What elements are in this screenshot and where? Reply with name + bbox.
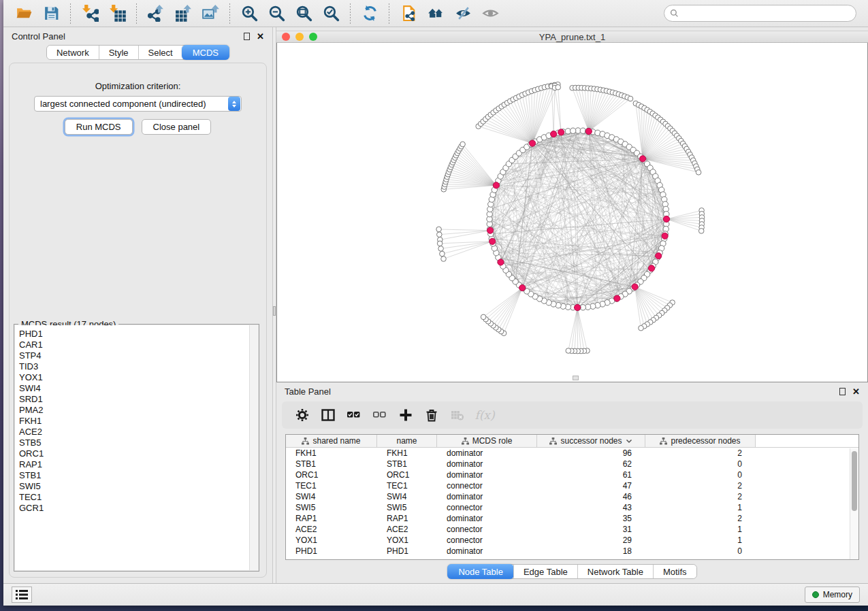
canvas-splitter-grip[interactable]	[573, 376, 579, 380]
cell-shared-name: RAP1	[286, 513, 377, 524]
mcds-result-item[interactable]: TEC1	[19, 492, 258, 503]
node-table-body: FKH1FKH1dominator962STB1STB1dominator620…	[286, 448, 858, 557]
export-network-button[interactable]	[144, 3, 167, 24]
mcds-result-item[interactable]: SWI4	[19, 383, 258, 394]
split-panel-button[interactable]	[316, 403, 340, 427]
mcds-result-item[interactable]: PMA2	[19, 405, 258, 416]
refresh-button[interactable]	[358, 3, 381, 24]
node-table[interactable]: shared namenameMCDS rolesuccessor nodesp…	[285, 434, 859, 560]
mcds-result-item[interactable]: GCR1	[19, 503, 258, 514]
first-neighbors-button[interactable]	[424, 3, 447, 24]
mcds-result-item[interactable]: CAR1	[19, 340, 258, 350]
network-graph[interactable]	[277, 43, 867, 381]
table-row[interactable]: STB1STB1dominator620	[286, 459, 858, 469]
hide-selected-button[interactable]	[451, 3, 475, 24]
mcds-result-item[interactable]: STP4	[19, 350, 258, 361]
function-builder-button[interactable]: f(x)	[471, 403, 496, 427]
mcds-result-item[interactable]: TID3	[19, 361, 258, 372]
save-session-button[interactable]	[39, 3, 63, 24]
column-header-name[interactable]: name	[377, 435, 437, 447]
column-header-successor-nodes[interactable]: successor nodes	[537, 435, 645, 447]
tab-mcds[interactable]: MCDS	[182, 45, 229, 60]
tab-network[interactable]: Network	[47, 46, 99, 59]
table-scrollbar[interactable]	[850, 448, 858, 559]
mcds-result-item[interactable]: STB1	[19, 470, 258, 481]
tab-edge-table[interactable]: Edge Table	[513, 565, 577, 578]
table-row[interactable]: YOX1YOX1connector291	[286, 535, 858, 546]
import-table-button[interactable]	[106, 3, 129, 24]
column-header-shared-name[interactable]: shared name	[286, 435, 377, 447]
zoom-out-button[interactable]	[265, 3, 288, 24]
table-row[interactable]: SWI5SWI5connector431	[286, 502, 858, 513]
import-network-button[interactable]	[78, 3, 101, 24]
tab-motifs[interactable]: Motifs	[653, 565, 696, 578]
table-scrollbar-thumb[interactable]	[852, 451, 857, 511]
tab-network-table[interactable]: Network Table	[577, 565, 653, 578]
close-panel-button[interactable]: Close panel	[142, 119, 212, 135]
search-input[interactable]	[682, 9, 850, 18]
zoom-selected-button[interactable]	[319, 3, 342, 24]
mcds-result-item[interactable]: PHD1	[19, 329, 258, 340]
float-table-panel-icon[interactable]	[839, 388, 846, 395]
delete-table-button[interactable]	[445, 403, 470, 427]
optimization-criterion-dropdown[interactable]: largest connected component (undirected)	[34, 96, 242, 112]
cell-successor-nodes: 29	[537, 535, 645, 546]
show-all-button[interactable]	[479, 3, 502, 24]
zoom-fit-button[interactable]	[292, 3, 315, 24]
cell-successor-nodes: 46	[537, 491, 645, 502]
mcds-result-item[interactable]: YOX1	[19, 372, 258, 383]
delete-entry-button[interactable]	[419, 403, 444, 427]
cell-name: ORC1	[377, 469, 437, 480]
export-image-button[interactable]	[199, 3, 222, 24]
table-row[interactable]: TEC1TEC1connector472	[286, 480, 858, 491]
network-canvas[interactable]	[276, 43, 868, 382]
mcds-result-item[interactable]: SRD1	[19, 394, 258, 405]
zoom-in-button[interactable]	[238, 3, 261, 24]
zoom-in-icon	[241, 5, 258, 22]
run-mcds-button[interactable]: Run MCDS	[65, 119, 133, 135]
search-box[interactable]	[664, 5, 856, 22]
table-row[interactable]: SWI4SWI4dominator462	[286, 491, 858, 502]
table-row[interactable]: FKH1FKH1dominator962	[286, 448, 858, 459]
export-table-button[interactable]	[172, 3, 195, 24]
mcds-list-scrollbar[interactable]	[249, 325, 258, 570]
cell-mcds-role: connector	[437, 480, 537, 491]
tab-select[interactable]: Select	[138, 46, 182, 59]
function-icon: f(x)	[475, 408, 494, 422]
toolbar-separator	[350, 3, 351, 24]
deselect-all-button[interactable]	[368, 403, 392, 427]
mcds-result-list[interactable]: PHD1CAR1STP4TID3YOX1SWI4SRD1PMA2FKH1ACE2…	[15, 325, 258, 570]
table-row[interactable]: ORC1ORC1dominator610	[286, 469, 858, 480]
mcds-result-item[interactable]: ORC1	[19, 448, 258, 459]
control-panel: Control Panel ✕ NetworkStyleSelectMCDS O…	[3, 27, 272, 583]
splitter-grip[interactable]	[273, 306, 276, 316]
task-history-button[interactable]	[12, 587, 32, 603]
select-all-button[interactable]	[342, 403, 366, 427]
table-row[interactable]: RAP1RAP1dominator352	[286, 513, 858, 524]
open-file-button[interactable]	[12, 3, 35, 24]
zoom-fit-icon	[295, 5, 312, 22]
tab-node-table[interactable]: Node Table	[447, 564, 514, 579]
close-table-panel-icon[interactable]: ✕	[852, 387, 860, 396]
mcds-result-item[interactable]: ACE2	[19, 427, 258, 437]
memory-button[interactable]: Memory	[805, 587, 860, 603]
control-panel-tabstrip: NetworkStyleSelectMCDS	[46, 45, 229, 60]
column-header-predecessor-nodes[interactable]: predecessor nodes	[645, 435, 756, 447]
add-entry-button[interactable]	[393, 403, 418, 427]
table-settings-button[interactable]	[290, 403, 315, 427]
mcds-result-item[interactable]: RAP1	[19, 459, 258, 470]
new-network-from-selection-button[interactable]	[397, 3, 420, 24]
mcds-result-item[interactable]: FKH1	[19, 416, 258, 427]
cell-mcds-role: dominator	[437, 459, 537, 469]
float-panel-icon[interactable]	[244, 33, 250, 40]
table-settings-icon	[295, 408, 309, 422]
mcds-result-item[interactable]: STB5	[19, 437, 258, 448]
mcds-result-item[interactable]: SWI5	[19, 481, 258, 492]
import-table-icon	[109, 5, 126, 22]
close-panel-icon[interactable]: ✕	[257, 32, 264, 41]
table-row[interactable]: ACE2ACE2connector311	[286, 524, 858, 535]
table-toolbar: f(x)	[282, 401, 863, 429]
column-header-mcds-role[interactable]: MCDS role	[437, 435, 537, 447]
tab-style[interactable]: Style	[99, 46, 138, 59]
table-row[interactable]: PHD1PHD1dominator180	[286, 546, 858, 557]
